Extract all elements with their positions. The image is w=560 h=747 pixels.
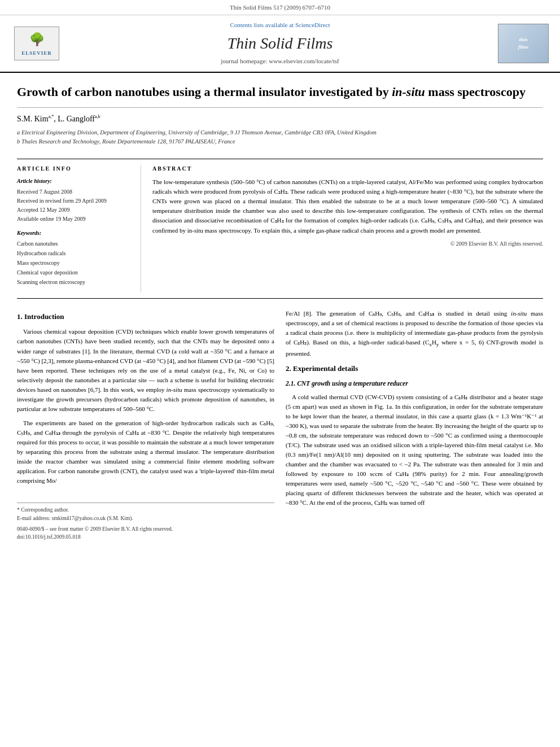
affiliations: a Electrical Engineering Division, Depar… <box>17 128 543 146</box>
article-title-section: Growth of carbon nanotubes using a therm… <box>17 73 543 108</box>
keyword-5: Scanning electron microscopy <box>17 277 132 287</box>
body-columns: 1. Introduction Various chemical vapour … <box>17 309 543 541</box>
authors-section: S.M. Kima,*, L. Gangloffa,b a Electrical… <box>17 108 543 150</box>
authors: S.M. Kima,*, L. Gangloffa,b <box>17 113 543 125</box>
elsevier-logo: 🌳 ELSEVIER <box>11 27 62 60</box>
accepted-date: Accepted 12 May 2009 <box>17 206 132 215</box>
section2-title: 2. Experimental details <box>286 363 543 374</box>
author1-sup: a,* <box>49 114 54 119</box>
section2-1-title: 2.1. CNT growth using a temperature redu… <box>286 379 543 389</box>
section1-name: Introduction <box>24 312 64 321</box>
footnotes: * Corresponding author. E-mail address: … <box>17 503 274 541</box>
article-title: Growth of carbon nanotubes using a therm… <box>17 84 543 101</box>
intro-para2: The experiments are based on the generat… <box>17 418 274 486</box>
article-info-col: ARTICLE INFO Article history: Received 7… <box>17 165 141 293</box>
section2-name: Experimental details <box>293 364 358 373</box>
article-info-heading: ARTICLE INFO <box>17 165 132 173</box>
section2-1-text: A cold walled thermal CVD (CW-CVD) syste… <box>286 392 543 508</box>
body-col-right: Fe/Al [8]. The generation of C₆H₉, C₅H₉,… <box>286 309 543 541</box>
author2-name: , L. Gangloff <box>54 115 95 123</box>
article-history: Article history: Received 7 August 2008 … <box>17 177 132 224</box>
elsevier-tree-icon: 🌳 <box>29 30 45 49</box>
intro-para1: Various chemical vapour deposition (CVD)… <box>17 327 274 413</box>
received-date: Received 7 August 2008 <box>17 187 132 196</box>
title-text-part2: mass spectroscopy <box>425 85 526 99</box>
affil2: b Thales Research and Technology, Route … <box>17 137 543 146</box>
author2-sup: a,b <box>95 114 100 119</box>
journal-title-center: Contents lists available at ScienceDirec… <box>62 21 498 66</box>
journal-homepage: journal homepage: www.elsevier.com/locat… <box>62 57 498 66</box>
sciencedirect-link[interactable]: Contents lists available at ScienceDirec… <box>62 21 498 30</box>
article-info-abstract: ARTICLE INFO Article history: Received 7… <box>17 159 543 299</box>
section2-number: 2. <box>286 364 291 373</box>
journal-name: Thin Solid Films <box>62 32 498 55</box>
author1-name: S.M. Kim <box>17 115 49 123</box>
email-line: E-mail address: smkim417@yahoo.co.uk (S.… <box>17 514 274 523</box>
section2-1-number: 2.1. <box>286 380 295 387</box>
email-label: E-mail address: <box>17 516 50 521</box>
journal-header: 🌳 ELSEVIER Contents lists available at S… <box>0 15 560 73</box>
keyword-2: Hydrocarbon radicals <box>17 248 132 258</box>
section1-title: 1. Introduction <box>17 311 274 322</box>
history-label: Article history: <box>17 177 132 186</box>
body-col-left: 1. Introduction Various chemical vapour … <box>17 309 274 541</box>
thin-films-logo: thinfilms <box>498 24 549 63</box>
abstract-text: The low-temperature synthesis (500–560 °… <box>152 177 543 235</box>
section1-number: 1. <box>17 312 23 321</box>
elsevier-text: ELSEVIER <box>21 50 52 57</box>
abstract-col: ABSTRACT The low-temperature synthesis (… <box>152 165 543 293</box>
section2-1-name: CNT growth using a temperature reducer <box>297 380 408 387</box>
abstract-heading: ABSTRACT <box>152 165 543 173</box>
copyright-line: © 2009 Elsevier B.V. All rights reserved… <box>152 240 543 248</box>
keywords-label: Keywords: <box>17 229 132 238</box>
keyword-4: Chemical vapor deposition <box>17 268 132 277</box>
keyword-3: Mass spectroscopy <box>17 258 132 268</box>
title-italic: in-situ <box>392 85 425 99</box>
doi-line: 0040-6090/$ – see front matter © 2009 El… <box>17 525 274 534</box>
col2-intro-para: Fe/Al [8]. The generation of C₆H₉, C₅H₉,… <box>286 309 543 359</box>
title-text-part1: Growth of carbon nanotubes using a therm… <box>17 85 392 99</box>
email-value: smkim417@yahoo.co.uk (S.M. Kim). <box>52 516 133 521</box>
affil1: a Electrical Engineering Division, Depar… <box>17 128 543 137</box>
journal-top-bar: Thin Solid Films 517 (2009) 6707–6710 <box>0 0 560 15</box>
elsevier-logo-box: 🌳 ELSEVIER <box>14 27 59 60</box>
keywords-section: Keywords: Carbon nanotubes Hydrocarbon r… <box>17 229 132 287</box>
revised-date: Received in revised form 29 April 2009 <box>17 196 132 206</box>
article-main: Growth of carbon nanotubes using a therm… <box>0 73 560 541</box>
keywords-list: Carbon nanotubes Hydrocarbon radicals Ma… <box>17 239 132 287</box>
keyword-1: Carbon nanotubes <box>17 239 132 248</box>
corresponding-author-note: * Corresponding author. <box>17 506 274 514</box>
available-date: Available online 19 May 2009 <box>17 215 132 224</box>
doi-value: doi:10.1016/j.tsf.2009.05.018 <box>17 533 274 541</box>
